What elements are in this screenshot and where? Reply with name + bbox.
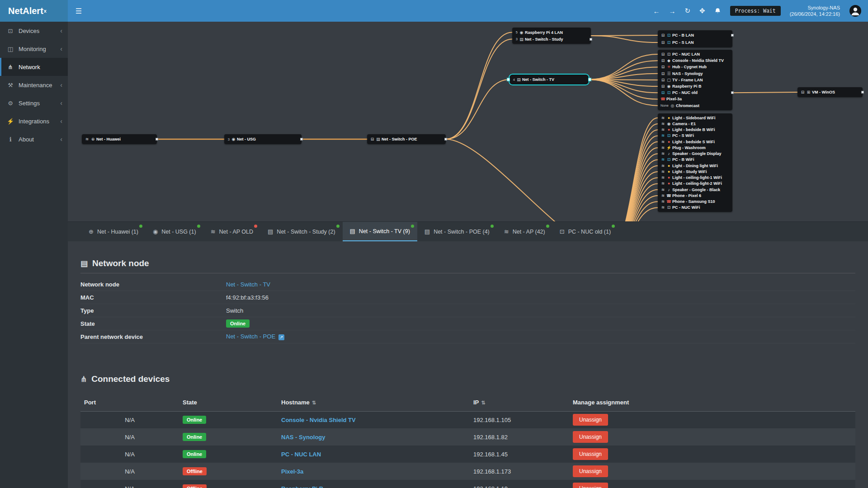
topology-node-huawei[interactable]: ≋⊕Net - Huawei [82,134,157,144]
device-link[interactable]: Pixel-3a [281,468,303,475]
topology-device-row[interactable]: ≋☎Phone - Pixel 6 [658,192,732,198]
port-handle[interactable] [444,138,447,141]
topology-device-row[interactable]: ⊟⊡PC - NUC old [658,89,732,96]
port-handle[interactable] [731,91,734,94]
pc-icon: ⊡ [666,90,671,95]
sidebar-item-monitoring[interactable]: ◫Monitoring‹ [0,40,68,58]
topology-device-row[interactable]: ⊟⊞VM - WinOS [797,89,863,96]
topology-device-row[interactable]: ⊟◉Raspberry Pi B [658,83,732,89]
sort-icon[interactable]: ⇅ [481,400,485,405]
sort-icon[interactable]: ⇅ [312,400,316,405]
switch-icon: ▤ [268,228,273,235]
topology-device-row[interactable]: ≋⊡PC - NUC WiFi [658,205,732,211]
topology-device-row[interactable]: ⊟✳Hub - Cygnet Hub [658,64,732,70]
topology-device-row[interactable]: ⊟◆Console - Nvidia Shield TV [658,57,732,64]
parent-node-link[interactable]: Net - Switch - POE [226,333,275,340]
unassign-button[interactable]: Unassign [573,448,608,460]
topology-device-row[interactable]: ⊟⊡PC - NUC LAN [658,51,732,57]
tab-net-usg-1[interactable]: ◉Net - USG (1) [146,222,203,241]
topology-device-row[interactable]: ⊟☰NAS - Synology [658,70,732,77]
column-header-hostname[interactable]: Hostname⇅ [278,394,470,411]
tab-net-switch-tv-9[interactable]: ▤Net - Switch - TV (9) [343,222,417,241]
sidebar-item-maintenance[interactable]: ⚒Maintenance‹ [0,76,68,94]
table-row: N/AOfflineRaspberry Pi B192.168.1.19Unas… [80,480,855,488]
topology-device-row[interactable]: ≋●Light - ceiling-light-1 WiFi [658,175,732,181]
topology-device-row[interactable]: ≋☎Phone - Samsung S10 [658,199,732,205]
unassign-button[interactable]: Unassign [573,414,608,426]
topology-device-row[interactable]: ⊟⊡PC - B LAN [658,32,732,39]
tab-pc-nuc-old-1[interactable]: ⊡PC - NUC old (1) [552,222,618,241]
topology-node-tvdev[interactable]: ⊟⊡PC - NUC LAN⊟◆Console - Nvidia Shield … [658,50,732,110]
node-link[interactable]: Net - Switch - TV [226,281,270,288]
topology-node-wifi[interactable]: ≋●Light - Sideboard WiFi≋◉Camera - E1≋●L… [658,113,732,212]
unassign-button[interactable]: Unassign [573,465,608,477]
topology-device-row[interactable]: ≋●Light - Study WiFi [658,169,732,174]
move-icon[interactable]: ✥ [699,7,705,15]
topology-node-vm[interactable]: ⊟⊞VM - WinOS [797,87,863,97]
topology-device-row[interactable]: ⊟▢TV - Frame LAN [658,77,732,83]
topology-device-row[interactable]: ≋◉Camera - E1 [658,121,732,127]
column-header-ip[interactable]: IP⇅ [470,394,569,411]
topology-device-row[interactable]: ≋♪Speaker - Google - Black [658,187,732,192]
topology-node-pcbs[interactable]: ⊟⊡PC - B LAN⊟⊡PC - S LAN [658,30,732,47]
topology-device-row[interactable]: ≋⊕Net - Huawei [82,136,157,143]
port-handle[interactable] [861,91,864,94]
sidebar-item-devices[interactable]: ⊡Devices‹ [0,22,68,40]
selection-handle[interactable] [507,78,510,81]
sidebar-item-settings[interactable]: ⚙Settings‹ [0,94,68,112]
topology-node-usg[interactable]: 3◉Net - USG [224,134,302,144]
app-logo[interactable]: NetAlertx [0,0,68,22]
topology-device-row[interactable]: 3◉Net - USG [224,136,302,143]
topology-device-row[interactable]: None◎Chromecast [658,103,732,109]
topology-device-row[interactable]: ≋⊡PC - S WiFi [658,133,732,139]
device-link[interactable]: Raspberry Pi B [281,485,323,488]
ethernet-icon: ⊟ [660,65,665,69]
external-link-icon[interactable]: ↗ [278,334,284,340]
forward-icon[interactable]: → [669,7,676,15]
tab-net-switch-poe-4[interactable]: ▤Net - Switch - POE (4) [417,222,497,241]
topology-device-row[interactable]: ≋●Light - Dining light WiFi [658,163,732,169]
tab-net-ap-42[interactable]: ≋Net - AP (42) [497,222,552,241]
topology-device-row[interactable]: ☎Pixel-3a [658,96,732,102]
topology-device-row[interactable]: ≋●Light - bedside S WiFi [658,139,732,145]
topology-device-row[interactable]: ⊟▤Net - Switch - POE [367,136,446,143]
topology-device-row[interactable]: ≋♪Speaker - Google Display [658,151,732,157]
topology-device-row[interactable]: ≋⊡PC - B WiFi [658,157,732,163]
topology-node-tv[interactable]: 4▤Net - Switch - TV [509,75,589,84]
tab-net-ap-old[interactable]: ≋Net - AP OLD [203,222,260,241]
topology-device-row[interactable]: ≋●Light - ceiling-light-2 WiFi [658,181,732,187]
topology-device-row[interactable]: ≋⚡Plug - Washroom [658,145,732,150]
topology-device-row[interactable]: 4▤Net - Switch - TV [509,76,589,83]
port-handle[interactable] [731,34,734,37]
topology-device-row[interactable]: ≋●Light - Sideboard WiFi [658,115,732,121]
pc-icon: ⊡ [666,157,671,162]
topology-node-poe[interactable]: ⊟▤Net - Switch - POE [367,134,446,144]
port-handle[interactable] [300,138,303,141]
device-link[interactable]: Console - Nvidia Shield TV [281,417,356,423]
cell-state: Online [179,446,278,463]
sidebar-item-integrations[interactable]: ⚡Integrations‹ [0,112,68,130]
tab-net-switch-study-2[interactable]: ▤Net - Switch - Study (2) [260,222,343,241]
device-link[interactable]: NAS - Synology [281,434,326,441]
hub-icon: ✳ [666,65,671,69]
avatar[interactable] [849,5,862,17]
port-handle[interactable] [156,138,158,141]
bell-icon[interactable] [714,8,721,14]
topology-device-row[interactable]: 3▤Net - Switch - Study [512,36,591,42]
back-icon[interactable]: ← [653,7,660,15]
topology-device-row[interactable]: 5◉Raspberry Pi 4 LAN [512,29,591,36]
unassign-button[interactable]: Unassign [573,431,608,443]
unassign-button[interactable]: Unassign [573,483,608,488]
topology-device-row[interactable]: ⊟⊡PC - S LAN [658,39,732,46]
selection-handle[interactable] [588,78,591,81]
sidebar-toggle[interactable]: ☰ [68,0,90,22]
topology-node-study[interactable]: 5◉Raspberry Pi 4 LAN3▤Net - Switch - Stu… [512,28,591,44]
port-handle[interactable] [590,38,592,41]
tab-net-huawei-1[interactable]: ⊕Net - Huawei (1) [81,222,146,241]
refresh-icon[interactable]: ↻ [685,7,691,15]
sidebar-item-about[interactable]: ℹAbout‹ [0,130,68,148]
topology-device-row[interactable]: ≋●Light - bedside B WiFi [658,127,732,133]
device-link[interactable]: PC - NUC LAN [281,451,321,458]
sidebar-item-network[interactable]: ⋔Network [0,58,68,76]
process-status-badge[interactable]: Process: Wait [730,6,781,16]
